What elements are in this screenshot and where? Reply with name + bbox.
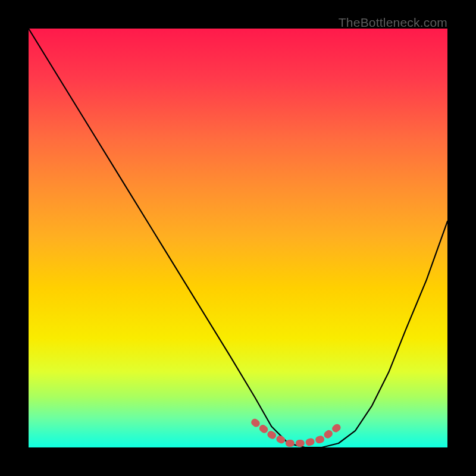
bottleneck-curve — [29, 29, 447, 447]
chart-frame: TheBottleneck.com — [0, 0, 476, 476]
watermark: TheBottleneck.com — [339, 15, 447, 30]
chart-overlay — [29, 29, 447, 447]
optimal-plateau-highlight — [255, 422, 339, 443]
